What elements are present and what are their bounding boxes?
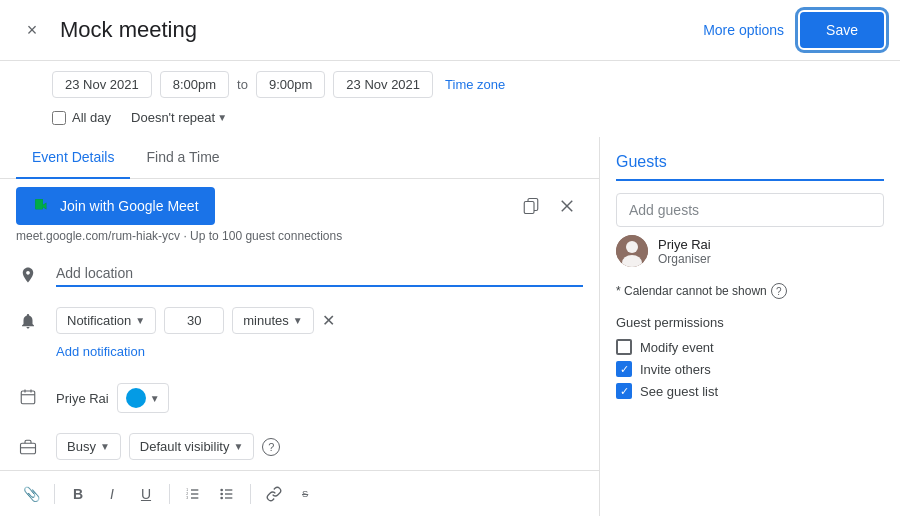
- location-section: [0, 251, 599, 297]
- text-toolbar: 📎 B I U 1 2 3: [0, 470, 599, 516]
- organizer-avatar: [616, 235, 648, 267]
- notification-unit-chevron-icon: ▼: [293, 315, 303, 326]
- link-icon: [266, 486, 282, 502]
- end-time-chip[interactable]: 9:00pm: [256, 71, 325, 98]
- organizer-role: Organiser: [658, 252, 884, 266]
- start-date-chip[interactable]: 23 Nov 2021: [52, 71, 152, 98]
- unordered-list-icon: [219, 486, 235, 502]
- invite-others-checkmark-icon: ✓: [620, 363, 629, 376]
- underline-button[interactable]: U: [131, 479, 161, 509]
- allday-checkbox-label[interactable]: All day: [52, 110, 111, 125]
- unordered-list-button[interactable]: [212, 479, 242, 509]
- svg-text:3: 3: [186, 496, 188, 500]
- repeat-dropdown[interactable]: Doesn't repeat ▼: [123, 106, 235, 129]
- permission-see-guest-list: ✓ See guest list: [616, 380, 884, 402]
- svg-point-19: [220, 489, 223, 492]
- remove-meet-button[interactable]: [551, 190, 583, 222]
- tab-find-time[interactable]: Find a Time: [130, 137, 235, 179]
- svg-text:S: S: [302, 489, 308, 499]
- svg-rect-11: [21, 443, 36, 454]
- notification-type-dropdown[interactable]: Notification ▼: [56, 307, 156, 334]
- ordered-list-icon: 1 2 3: [185, 486, 201, 502]
- organizer-info: Priye Rai Organiser: [658, 237, 884, 266]
- location-icon: [16, 263, 40, 287]
- attachment-button[interactable]: 📎: [16, 479, 46, 509]
- see-guest-list-checkmark-icon: ✓: [620, 385, 629, 398]
- calendar-color-button[interactable]: ▼: [117, 383, 169, 413]
- bold-button[interactable]: B: [63, 479, 93, 509]
- copy-meet-link-button[interactable]: [515, 190, 547, 222]
- toolbar-separator-1: [54, 484, 55, 504]
- remove-format-icon: S: [300, 486, 316, 502]
- permissions-title: Guest permissions: [616, 315, 884, 330]
- visibility-chevron-icon: ▼: [233, 441, 243, 452]
- busy-chevron-icon: ▼: [100, 441, 110, 452]
- location-pin-icon: [19, 266, 37, 284]
- permission-modify-event: Modify event: [616, 336, 884, 358]
- italic-button[interactable]: I: [97, 479, 127, 509]
- modify-event-checkbox[interactable]: [616, 339, 632, 355]
- link-button[interactable]: [259, 479, 289, 509]
- add-guests-input[interactable]: [616, 193, 884, 227]
- timezone-button[interactable]: Time zone: [441, 72, 509, 97]
- close-button[interactable]: ×: [16, 14, 48, 46]
- calendar-name: Priye Rai: [56, 391, 109, 406]
- remove-notification-button[interactable]: ✕: [322, 311, 335, 330]
- calendar-color-circle: [126, 388, 146, 408]
- repeat-chevron-icon: ▼: [217, 112, 227, 123]
- svg-point-27: [626, 241, 638, 253]
- invite-others-checkbox[interactable]: ✓: [616, 361, 632, 377]
- organizer-name: Priye Rai: [658, 237, 884, 252]
- meet-logo-icon: [32, 196, 52, 216]
- briefcase-icon: [16, 435, 40, 459]
- copy-icon: [522, 197, 540, 215]
- notification-value-input[interactable]: [164, 307, 224, 334]
- tab-event-details[interactable]: Event Details: [16, 137, 130, 179]
- location-input[interactable]: [56, 261, 583, 287]
- calendar-warning-icon[interactable]: ?: [771, 283, 787, 299]
- guests-panel: Guests Priye Rai Organiser * Cal: [600, 137, 900, 516]
- status-section: Busy ▼ Default visibility ▼ ?: [0, 423, 599, 470]
- event-title: Mock meeting: [60, 17, 703, 43]
- svg-point-21: [220, 497, 223, 500]
- meet-link: meet.google.com/rum-hiak-ycv · Up to 100…: [16, 225, 583, 247]
- more-options-button[interactable]: More options: [703, 22, 784, 38]
- permission-invite-others: ✓ Invite others: [616, 358, 884, 380]
- guest-item-organizer: Priye Rai Organiser: [616, 227, 884, 275]
- notification-type-chevron-icon: ▼: [135, 315, 145, 326]
- see-guest-list-checkbox[interactable]: ✓: [616, 383, 632, 399]
- svg-point-20: [220, 493, 223, 496]
- end-date-chip[interactable]: 23 Nov 2021: [333, 71, 433, 98]
- to-label: to: [237, 77, 248, 92]
- svg-rect-1: [35, 199, 43, 209]
- notification-section: Notification ▼ minutes ▼ ✕ Add notificat…: [0, 297, 599, 373]
- start-time-chip[interactable]: 8:00pm: [160, 71, 229, 98]
- calendar-svg-icon: [19, 388, 37, 406]
- svg-rect-4: [524, 202, 534, 214]
- calendar-section: Priye Rai ▼: [0, 373, 599, 423]
- allday-checkbox[interactable]: [52, 111, 66, 125]
- add-notification-button[interactable]: Add notification: [56, 340, 145, 363]
- visibility-dropdown[interactable]: Default visibility ▼: [129, 433, 255, 460]
- calendar-warning: * Calendar cannot be shown ?: [616, 275, 884, 307]
- notification-bell-icon: [19, 312, 37, 330]
- calendar-color-chevron-icon: ▼: [150, 393, 160, 404]
- visibility-help-icon[interactable]: ?: [262, 438, 280, 456]
- busy-status-dropdown[interactable]: Busy ▼: [56, 433, 121, 460]
- ordered-list-button[interactable]: 1 2 3: [178, 479, 208, 509]
- guests-title: Guests: [616, 153, 884, 181]
- save-button[interactable]: Save: [800, 12, 884, 48]
- join-meet-button[interactable]: Join with Google Meet: [16, 187, 215, 225]
- toolbar-separator-3: [250, 484, 251, 504]
- tabs-container: Event Details Find a Time: [0, 137, 599, 179]
- meet-section: Join with Google Meet: [0, 179, 599, 251]
- toolbar-separator-2: [169, 484, 170, 504]
- svg-rect-7: [21, 391, 35, 404]
- briefcase-svg-icon: [19, 438, 37, 456]
- notification-unit-dropdown[interactable]: minutes ▼: [232, 307, 313, 334]
- close-meet-icon: [558, 197, 576, 215]
- calendar-icon: [16, 385, 40, 409]
- remove-format-button[interactable]: S: [293, 479, 323, 509]
- bell-icon: [16, 309, 40, 333]
